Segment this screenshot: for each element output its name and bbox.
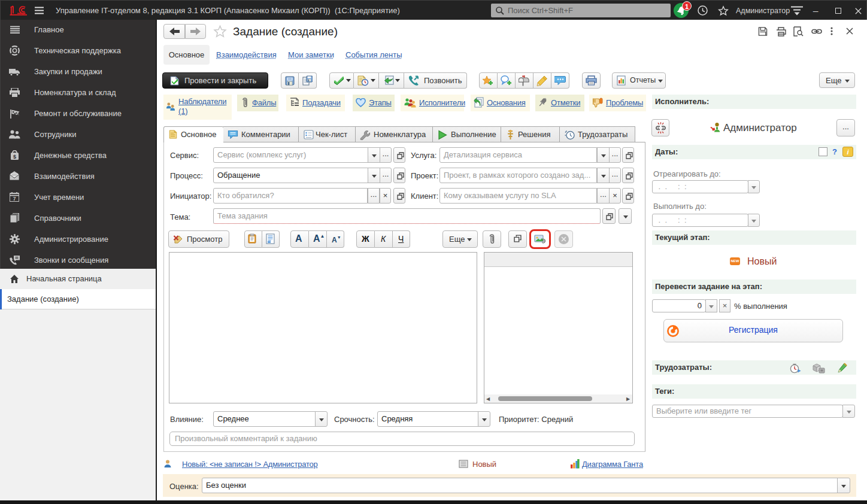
- svg-text:7: 7: [13, 196, 16, 202]
- svg-text:$: $: [13, 154, 16, 160]
